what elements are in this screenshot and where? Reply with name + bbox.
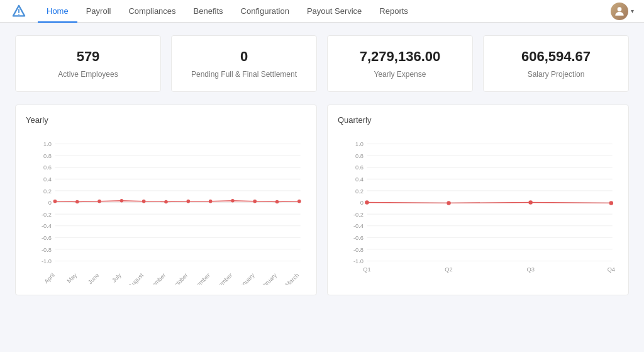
stat-label: Yearly Expense <box>374 70 426 79</box>
nav-link-benefits[interactable]: Benefits <box>185 0 232 23</box>
svg-text:-0.8: -0.8 <box>353 247 364 253</box>
chevron-down-icon: ▾ <box>631 8 634 14</box>
svg-text:June: June <box>87 272 100 285</box>
svg-point-79 <box>609 201 614 205</box>
stat-value: 579 <box>28 48 148 65</box>
yearly-chart-svg: 1.0 0.8 0.6 0.4 0.2 0 -0.2 -0.4 -0.6 -0.… <box>26 132 306 285</box>
nav-link-reports[interactable]: Reports <box>370 0 417 23</box>
stat-label: Salary Projection <box>528 70 585 79</box>
stat-label: Active Employees <box>58 70 118 79</box>
yearly-chart-card: Yearly 1. <box>15 105 317 295</box>
svg-text:November: November <box>188 272 211 285</box>
svg-point-47 <box>253 200 257 203</box>
svg-text:-0.2: -0.2 <box>353 212 364 218</box>
svg-point-43 <box>164 200 168 204</box>
stat-card: 7,279,136.00 Yearly Expense <box>327 35 473 92</box>
svg-text:February: February <box>257 272 279 285</box>
svg-point-41 <box>120 199 124 203</box>
yearly-chart-title: Yearly <box>26 115 306 125</box>
svg-text:0.8: 0.8 <box>43 153 52 159</box>
svg-text:January: January <box>236 272 256 285</box>
svg-text:December: December <box>210 272 233 285</box>
svg-text:-0.6: -0.6 <box>353 235 364 241</box>
svg-point-48 <box>275 200 279 204</box>
quarterly-chart-area: 1.0 0.8 0.6 0.4 0.2 0 -0.2 -0.4 -0.6 -0.… <box>338 132 618 285</box>
svg-text:Q1: Q1 <box>363 266 370 273</box>
svg-text:1.0: 1.0 <box>43 141 52 147</box>
svg-text:September: September <box>142 272 167 285</box>
svg-text:0.6: 0.6 <box>355 164 364 171</box>
svg-point-76 <box>365 200 369 205</box>
svg-point-38 <box>53 200 57 203</box>
svg-text:0.8: 0.8 <box>355 153 364 159</box>
stat-card: 0 Pending Full & Final Settlement <box>171 35 317 92</box>
stat-value: 606,594.67 <box>496 48 616 65</box>
svg-text:-0.4: -0.4 <box>353 223 364 229</box>
svg-text:March: March <box>284 272 300 285</box>
svg-text:-0.6: -0.6 <box>42 235 52 241</box>
svg-text:Q4: Q4 <box>608 266 615 273</box>
quarterly-chart-title: Quarterly <box>338 115 618 125</box>
svg-text:July: July <box>111 272 123 284</box>
stat-card: 579 Active Employees <box>15 35 161 92</box>
stat-label: Pending Full & Final Settlement <box>191 70 297 79</box>
svg-point-44 <box>187 200 191 203</box>
svg-text:-0.4: -0.4 <box>42 223 52 229</box>
svg-point-45 <box>209 200 213 203</box>
user-menu[interactable]: ▾ <box>611 3 634 20</box>
nav-link-compliances[interactable]: Compliances <box>119 0 184 23</box>
svg-text:0.4: 0.4 <box>43 176 52 183</box>
nav-link-home[interactable]: Home <box>38 0 77 23</box>
stat-value: 7,279,136.00 <box>340 48 460 65</box>
svg-text:Q2: Q2 <box>445 266 452 273</box>
svg-point-77 <box>447 201 451 205</box>
svg-text:1.0: 1.0 <box>355 141 364 147</box>
svg-point-40 <box>97 200 101 203</box>
svg-text:May: May <box>66 272 79 285</box>
logo <box>10 3 28 20</box>
svg-text:0.2: 0.2 <box>355 188 364 195</box>
stats-row: 579 Active Employees 0 Pending Full & Fi… <box>15 35 629 92</box>
svg-point-3 <box>618 7 622 11</box>
nav-link-payout-service[interactable]: Payout Service <box>298 0 370 23</box>
quarterly-chart-svg: 1.0 0.8 0.6 0.4 0.2 0 -0.2 -0.4 -0.6 -0.… <box>338 132 618 285</box>
svg-text:0: 0 <box>360 200 364 206</box>
nav-link-payroll[interactable]: Payroll <box>77 0 120 23</box>
stat-card: 606,594.67 Salary Projection <box>483 35 629 92</box>
svg-point-46 <box>231 199 235 203</box>
nav-link-configuration[interactable]: Configuration <box>232 0 298 23</box>
quarterly-chart-card: Quarterly 1.0 0.8 <box>327 105 629 295</box>
svg-text:Q3: Q3 <box>526 266 534 273</box>
svg-point-39 <box>75 200 79 204</box>
svg-point-78 <box>528 200 533 205</box>
svg-text:0.4: 0.4 <box>355 176 364 183</box>
avatar <box>611 3 628 20</box>
charts-row: Yearly 1. <box>15 105 629 295</box>
main-content: 579 Active Employees 0 Pending Full & Fi… <box>0 23 644 308</box>
nav-right: ▾ <box>611 3 634 20</box>
svg-text:-0.2: -0.2 <box>42 212 52 218</box>
svg-text:-0.8: -0.8 <box>42 247 52 253</box>
svg-point-42 <box>142 200 146 203</box>
navbar: HomePayrollCompliancesBenefitsConfigurat… <box>0 0 644 23</box>
svg-text:0.6: 0.6 <box>43 164 52 171</box>
svg-text:-1.0: -1.0 <box>42 258 52 264</box>
svg-text:0: 0 <box>48 200 52 206</box>
yearly-chart-area: 1.0 0.8 0.6 0.4 0.2 0 -0.2 -0.4 -0.6 -0.… <box>26 132 306 285</box>
stat-value: 0 <box>184 48 304 65</box>
svg-text:April: April <box>43 272 56 285</box>
svg-text:October: October <box>170 272 189 285</box>
nav-links: HomePayrollCompliancesBenefitsConfigurat… <box>38 0 611 23</box>
svg-point-49 <box>297 200 301 203</box>
svg-text:0.2: 0.2 <box>43 188 52 195</box>
svg-text:-1.0: -1.0 <box>353 258 364 264</box>
svg-point-2 <box>18 14 19 15</box>
svg-text:August: August <box>128 272 145 285</box>
